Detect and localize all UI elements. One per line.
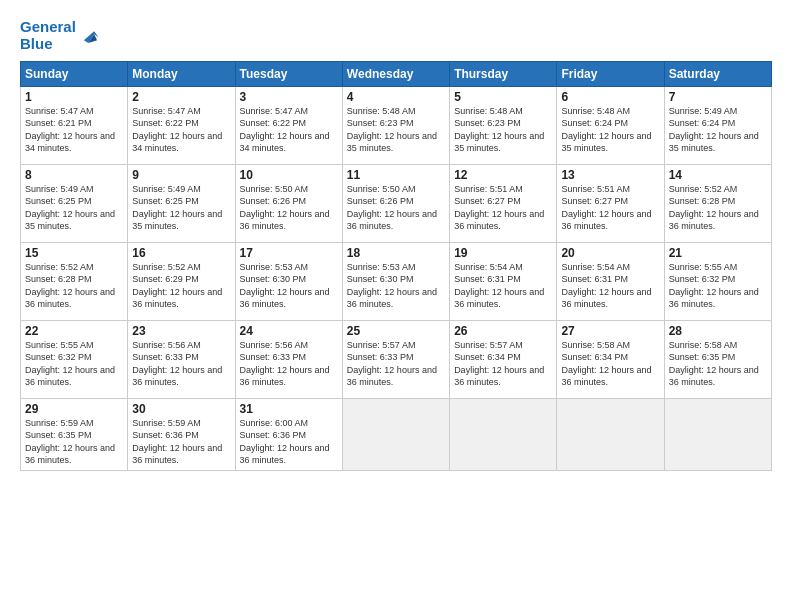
day-number: 9: [132, 168, 230, 182]
weekday-saturday: Saturday: [664, 61, 771, 86]
day-number: 1: [25, 90, 123, 104]
day-number: 8: [25, 168, 123, 182]
day-number: 6: [561, 90, 659, 104]
day-cell: 6Sunrise: 5:48 AMSunset: 6:24 PMDaylight…: [557, 86, 664, 164]
day-info: Sunrise: 5:56 AMSunset: 6:33 PMDaylight:…: [240, 339, 338, 389]
day-info: Sunrise: 5:54 AMSunset: 6:31 PMDaylight:…: [454, 261, 552, 311]
day-number: 15: [25, 246, 123, 260]
day-number: 17: [240, 246, 338, 260]
logo: General Blue: [20, 18, 100, 53]
day-info: Sunrise: 5:47 AMSunset: 6:22 PMDaylight:…: [240, 105, 338, 155]
day-cell: 19Sunrise: 5:54 AMSunset: 6:31 PMDayligh…: [450, 242, 557, 320]
day-cell: 5Sunrise: 5:48 AMSunset: 6:23 PMDaylight…: [450, 86, 557, 164]
day-info: Sunrise: 5:51 AMSunset: 6:27 PMDaylight:…: [454, 183, 552, 233]
calendar-body: 1Sunrise: 5:47 AMSunset: 6:21 PMDaylight…: [21, 86, 772, 470]
day-cell: 10Sunrise: 5:50 AMSunset: 6:26 PMDayligh…: [235, 164, 342, 242]
day-number: 5: [454, 90, 552, 104]
week-row-2: 8Sunrise: 5:49 AMSunset: 6:25 PMDaylight…: [21, 164, 772, 242]
weekday-thursday: Thursday: [450, 61, 557, 86]
day-number: 22: [25, 324, 123, 338]
day-number: 26: [454, 324, 552, 338]
day-number: 2: [132, 90, 230, 104]
day-info: Sunrise: 6:00 AMSunset: 6:36 PMDaylight:…: [240, 417, 338, 467]
day-number: 3: [240, 90, 338, 104]
day-info: Sunrise: 5:54 AMSunset: 6:31 PMDaylight:…: [561, 261, 659, 311]
day-cell: [664, 398, 771, 470]
day-cell: 13Sunrise: 5:51 AMSunset: 6:27 PMDayligh…: [557, 164, 664, 242]
day-number: 28: [669, 324, 767, 338]
day-number: 27: [561, 324, 659, 338]
header: General Blue: [20, 18, 772, 53]
day-number: 19: [454, 246, 552, 260]
weekday-sunday: Sunday: [21, 61, 128, 86]
day-number: 13: [561, 168, 659, 182]
day-info: Sunrise: 5:57 AMSunset: 6:34 PMDaylight:…: [454, 339, 552, 389]
day-cell: 28Sunrise: 5:58 AMSunset: 6:35 PMDayligh…: [664, 320, 771, 398]
weekday-wednesday: Wednesday: [342, 61, 449, 86]
day-cell: [342, 398, 449, 470]
day-number: 23: [132, 324, 230, 338]
day-number: 14: [669, 168, 767, 182]
weekday-monday: Monday: [128, 61, 235, 86]
day-info: Sunrise: 5:48 AMSunset: 6:24 PMDaylight:…: [561, 105, 659, 155]
day-info: Sunrise: 5:58 AMSunset: 6:35 PMDaylight:…: [669, 339, 767, 389]
day-info: Sunrise: 5:55 AMSunset: 6:32 PMDaylight:…: [669, 261, 767, 311]
day-info: Sunrise: 5:48 AMSunset: 6:23 PMDaylight:…: [347, 105, 445, 155]
day-cell: 12Sunrise: 5:51 AMSunset: 6:27 PMDayligh…: [450, 164, 557, 242]
day-cell: 23Sunrise: 5:56 AMSunset: 6:33 PMDayligh…: [128, 320, 235, 398]
day-number: 7: [669, 90, 767, 104]
day-cell: 18Sunrise: 5:53 AMSunset: 6:30 PMDayligh…: [342, 242, 449, 320]
logo-blue: Blue: [20, 35, 53, 52]
day-number: 4: [347, 90, 445, 104]
day-cell: 25Sunrise: 5:57 AMSunset: 6:33 PMDayligh…: [342, 320, 449, 398]
day-info: Sunrise: 5:47 AMSunset: 6:21 PMDaylight:…: [25, 105, 123, 155]
day-info: Sunrise: 5:50 AMSunset: 6:26 PMDaylight:…: [240, 183, 338, 233]
day-cell: 9Sunrise: 5:49 AMSunset: 6:25 PMDaylight…: [128, 164, 235, 242]
day-number: 10: [240, 168, 338, 182]
day-number: 20: [561, 246, 659, 260]
day-info: Sunrise: 5:57 AMSunset: 6:33 PMDaylight:…: [347, 339, 445, 389]
week-row-3: 15Sunrise: 5:52 AMSunset: 6:28 PMDayligh…: [21, 242, 772, 320]
day-cell: 16Sunrise: 5:52 AMSunset: 6:29 PMDayligh…: [128, 242, 235, 320]
day-info: Sunrise: 5:53 AMSunset: 6:30 PMDaylight:…: [347, 261, 445, 311]
week-row-1: 1Sunrise: 5:47 AMSunset: 6:21 PMDaylight…: [21, 86, 772, 164]
day-number: 11: [347, 168, 445, 182]
logo-general: General: [20, 18, 76, 35]
day-info: Sunrise: 5:50 AMSunset: 6:26 PMDaylight:…: [347, 183, 445, 233]
day-info: Sunrise: 5:51 AMSunset: 6:27 PMDaylight:…: [561, 183, 659, 233]
logo-icon: [78, 24, 100, 46]
weekday-header-row: SundayMondayTuesdayWednesdayThursdayFrid…: [21, 61, 772, 86]
day-number: 12: [454, 168, 552, 182]
day-cell: 26Sunrise: 5:57 AMSunset: 6:34 PMDayligh…: [450, 320, 557, 398]
weekday-tuesday: Tuesday: [235, 61, 342, 86]
day-cell: 29Sunrise: 5:59 AMSunset: 6:35 PMDayligh…: [21, 398, 128, 470]
day-cell: 31Sunrise: 6:00 AMSunset: 6:36 PMDayligh…: [235, 398, 342, 470]
calendar-table: SundayMondayTuesdayWednesdayThursdayFrid…: [20, 61, 772, 471]
day-info: Sunrise: 5:58 AMSunset: 6:34 PMDaylight:…: [561, 339, 659, 389]
weekday-friday: Friday: [557, 61, 664, 86]
day-info: Sunrise: 5:59 AMSunset: 6:35 PMDaylight:…: [25, 417, 123, 467]
calendar-page: General Blue SundayMondayTuesdayWednesda…: [0, 0, 792, 612]
day-cell: 11Sunrise: 5:50 AMSunset: 6:26 PMDayligh…: [342, 164, 449, 242]
day-cell: 3Sunrise: 5:47 AMSunset: 6:22 PMDaylight…: [235, 86, 342, 164]
day-number: 18: [347, 246, 445, 260]
day-info: Sunrise: 5:52 AMSunset: 6:28 PMDaylight:…: [669, 183, 767, 233]
week-row-4: 22Sunrise: 5:55 AMSunset: 6:32 PMDayligh…: [21, 320, 772, 398]
week-row-5: 29Sunrise: 5:59 AMSunset: 6:35 PMDayligh…: [21, 398, 772, 470]
day-cell: 27Sunrise: 5:58 AMSunset: 6:34 PMDayligh…: [557, 320, 664, 398]
day-number: 21: [669, 246, 767, 260]
day-info: Sunrise: 5:49 AMSunset: 6:25 PMDaylight:…: [25, 183, 123, 233]
day-cell: 21Sunrise: 5:55 AMSunset: 6:32 PMDayligh…: [664, 242, 771, 320]
day-cell: 8Sunrise: 5:49 AMSunset: 6:25 PMDaylight…: [21, 164, 128, 242]
day-info: Sunrise: 5:59 AMSunset: 6:36 PMDaylight:…: [132, 417, 230, 467]
day-number: 25: [347, 324, 445, 338]
day-number: 30: [132, 402, 230, 416]
day-cell: 14Sunrise: 5:52 AMSunset: 6:28 PMDayligh…: [664, 164, 771, 242]
day-cell: 22Sunrise: 5:55 AMSunset: 6:32 PMDayligh…: [21, 320, 128, 398]
day-info: Sunrise: 5:52 AMSunset: 6:28 PMDaylight:…: [25, 261, 123, 311]
day-number: 16: [132, 246, 230, 260]
day-info: Sunrise: 5:49 AMSunset: 6:25 PMDaylight:…: [132, 183, 230, 233]
day-cell: 2Sunrise: 5:47 AMSunset: 6:22 PMDaylight…: [128, 86, 235, 164]
day-number: 29: [25, 402, 123, 416]
day-cell: 30Sunrise: 5:59 AMSunset: 6:36 PMDayligh…: [128, 398, 235, 470]
